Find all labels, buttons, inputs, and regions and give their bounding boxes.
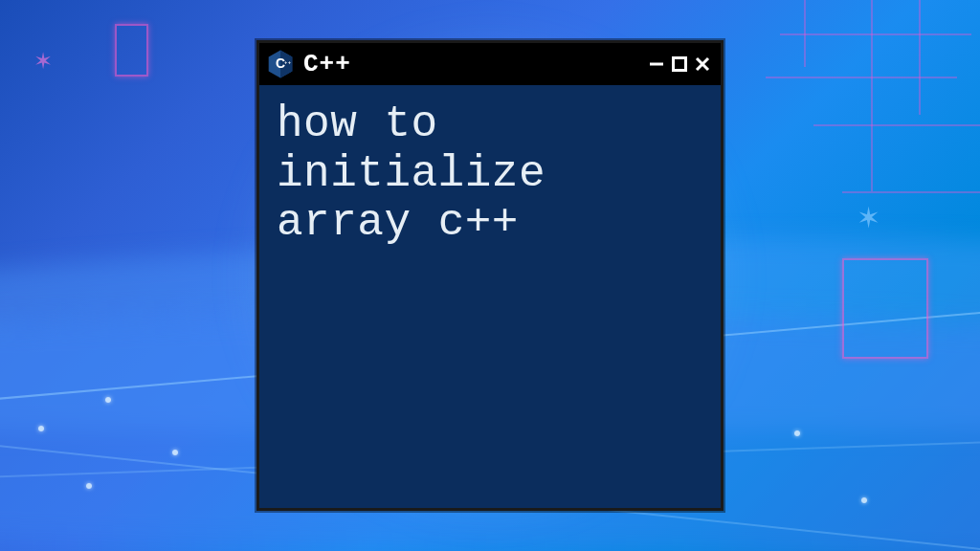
cpp-logo-icon: C + + [267, 50, 294, 78]
bg-spark: ✶ [857, 201, 880, 234]
bg-node [105, 397, 111, 403]
window-content: how to initialize array c++ [259, 85, 721, 508]
bg-gridline [842, 191, 980, 193]
minimize-button[interactable] [648, 55, 665, 73]
bg-gridline [766, 77, 957, 78]
maximize-button[interactable] [671, 55, 688, 73]
svg-rect-6 [674, 58, 686, 71]
titlebar: C + + C++ [259, 43, 721, 85]
bg-square [115, 24, 148, 77]
bg-node [86, 483, 92, 489]
svg-text:+: + [288, 60, 291, 65]
bg-square [842, 258, 928, 359]
bg-node [172, 450, 178, 455]
bg-gridline [919, 0, 921, 115]
bg-node [861, 497, 867, 503]
bg-node [38, 426, 44, 431]
bg-gridline [813, 124, 980, 126]
content-text: how to initialize array c++ [277, 100, 703, 249]
close-button[interactable] [694, 55, 711, 73]
bg-spark: ✶ [33, 48, 53, 75]
bg-gridline [780, 33, 971, 35]
window-title: C++ [303, 50, 638, 78]
app-window: C + + C++ how to initialize array c++ [256, 40, 724, 511]
svg-text:C: C [276, 55, 285, 71]
svg-text:+: + [284, 60, 287, 65]
bg-gridline [871, 0, 873, 191]
bg-node [794, 430, 800, 436]
window-controls [648, 55, 711, 73]
